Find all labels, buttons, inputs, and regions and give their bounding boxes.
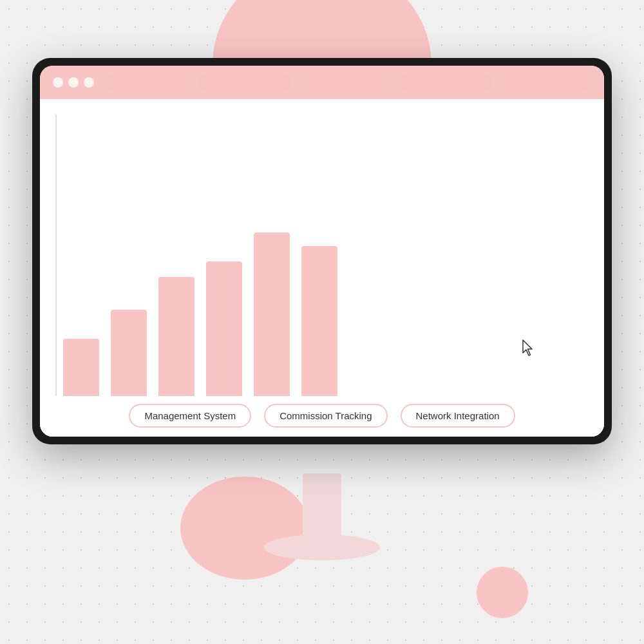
monitor-stand-base (264, 535, 380, 560)
tag-network[interactable]: Network Integration (401, 404, 515, 428)
bar-5 (254, 232, 290, 397)
pie-chart (372, 115, 589, 421)
nav-item-1 (198, 75, 291, 90)
url-bar[interactable] (107, 75, 191, 90)
blob-bottom-left (180, 477, 309, 580)
monitor: 123456 Management System Commission Trac… (32, 58, 612, 444)
pie-chart-svg (397, 184, 564, 352)
bar-group (158, 277, 194, 397)
bar-group (301, 246, 337, 397)
browser-bar (40, 66, 604, 99)
bar-group (206, 261, 242, 397)
bar-chart: 123456 (55, 115, 357, 421)
close-button-dot[interactable] (53, 77, 63, 88)
blob-bottom-right (477, 567, 528, 618)
nav-item-4 (499, 75, 592, 90)
bar-4 (206, 261, 242, 397)
monitor-screen: 123456 Management System Commission Trac… (40, 66, 604, 437)
bar-group (63, 339, 99, 397)
minimize-button-dot[interactable] (68, 77, 79, 88)
traffic-lights (53, 77, 94, 88)
maximize-button-dot[interactable] (84, 77, 94, 88)
bar-group (111, 310, 147, 397)
bottom-tags: Management System Commission Tracking Ne… (40, 396, 604, 437)
bar-2 (111, 310, 147, 397)
bars-wrapper (57, 191, 357, 397)
bar-group (254, 232, 290, 397)
nav-item-3 (399, 75, 491, 90)
bar-1 (63, 339, 99, 397)
nav-item-2 (299, 75, 392, 90)
tag-commission[interactable]: Commission Tracking (264, 404, 387, 428)
content-area: 123456 (40, 99, 604, 437)
bar-6 (301, 246, 337, 397)
scene: 123456 Management System Commission Trac… (0, 0, 644, 644)
bar-3 (158, 277, 194, 397)
cursor-icon (522, 339, 537, 357)
monitor-stand-neck (303, 473, 341, 544)
tag-management[interactable]: Management System (129, 404, 251, 428)
